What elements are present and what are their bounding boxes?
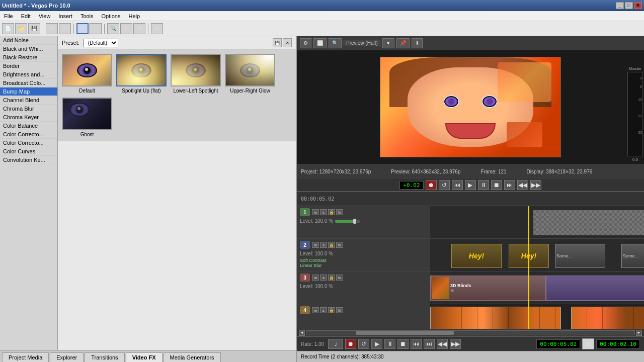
tab-media-generators[interactable]: Media Generators xyxy=(164,352,221,362)
track-1-clip1[interactable] xyxy=(533,210,644,235)
track-2-fx[interactable]: fx xyxy=(336,242,343,248)
effect-chroma-keyer[interactable]: Chroma Keyer xyxy=(0,113,57,122)
menu-file[interactable]: File xyxy=(2,11,15,21)
effect-color-balance[interactable]: Color Balance xyxy=(0,122,57,130)
effect-color-corrector2[interactable]: Color Correcto... xyxy=(0,139,57,147)
preview-save-frame-btn[interactable]: ⬇ xyxy=(412,38,423,48)
preview-settings-btn[interactable]: ⚙ xyxy=(300,38,311,48)
preview-overlay-btn[interactable]: ▼ xyxy=(382,38,394,48)
preview-prev-btn[interactable]: ⏮ xyxy=(452,180,463,190)
effect-brightness[interactable]: Brightness and... xyxy=(0,70,57,79)
track-4-clip1[interactable] xyxy=(430,307,561,329)
preview-ff-btn[interactable]: ▶▶ xyxy=(530,180,541,190)
menu-view[interactable]: View xyxy=(37,11,53,21)
select-btn[interactable]: ⬚ xyxy=(90,23,102,34)
tool3[interactable]: ✏ xyxy=(120,23,132,34)
track-1-solo[interactable]: s xyxy=(320,209,327,215)
preset-item-lower-left[interactable]: Lower-Left Spotlight xyxy=(171,54,221,94)
menu-insert[interactable]: Insert xyxy=(56,11,74,21)
effect-add-noise[interactable]: Add Noise xyxy=(0,36,57,45)
track-2-mute[interactable]: m xyxy=(312,242,319,248)
transport-record-btn[interactable]: ⏺ xyxy=(345,339,356,349)
undo-btn[interactable]: ↩ xyxy=(46,23,58,34)
preset-item-ghost[interactable]: Ghost xyxy=(62,98,112,137)
preview-play-btn[interactable]: ▶ xyxy=(465,180,476,190)
timeline-scrollbar[interactable] xyxy=(306,330,635,335)
track-3-mute[interactable]: m xyxy=(312,275,319,281)
tool5[interactable]: ☰ xyxy=(151,23,163,34)
preview-rw-btn[interactable]: ◀◀ xyxy=(517,180,528,190)
effect-color-corrector1[interactable]: Color Correcto... xyxy=(0,130,57,139)
tab-project-media[interactable]: Project Media xyxy=(2,352,49,362)
scroll-right-btn[interactable]: ► xyxy=(636,330,642,336)
track-3-lock[interactable]: 🔒 xyxy=(328,275,335,281)
preview-zoom-btn[interactable]: 🔍 xyxy=(329,38,342,48)
track-1-fader[interactable] xyxy=(335,220,360,223)
effect-channel-blend[interactable]: Channel Blend xyxy=(0,96,57,105)
tab-video-fx[interactable]: Video FX xyxy=(126,352,163,362)
preview-pause-btn[interactable]: ⏸ xyxy=(478,180,489,190)
maximize-btn[interactable]: □ xyxy=(625,2,633,9)
track-2-clip-some2[interactable]: Some... xyxy=(621,244,644,268)
track-3-fx[interactable]: fx xyxy=(336,275,343,281)
menu-help[interactable]: Help xyxy=(126,11,142,21)
close-btn[interactable]: ✕ xyxy=(634,2,642,9)
track-1-fx[interactable]: fx xyxy=(336,209,343,215)
effect-black-restore[interactable]: Black Restore xyxy=(0,53,57,62)
cut-btn[interactable]: ✂ xyxy=(76,23,89,34)
track-1-mute[interactable]: m xyxy=(312,209,319,215)
transport-rw-btn[interactable]: ◀◀ xyxy=(437,339,448,349)
transport-prev-btn[interactable]: ⏮ xyxy=(411,339,422,349)
track-4-solo[interactable]: s xyxy=(320,307,327,313)
track-4-mute[interactable]: m xyxy=(312,307,319,313)
transport-settings-btn[interactable]: ⚙ xyxy=(582,338,594,349)
preset-item-spotlight[interactable]: Spotlight Up (flat) xyxy=(116,54,167,94)
track-4-clip2[interactable] xyxy=(571,307,644,329)
track-4-lock[interactable]: 🔒 xyxy=(328,307,335,313)
effect-color-curves[interactable]: Color Curves xyxy=(0,147,57,156)
save-btn[interactable]: 💾 xyxy=(28,23,40,34)
preset-del-btn[interactable]: ✕ xyxy=(283,38,292,47)
preview-record-btn[interactable]: ⏺ xyxy=(426,180,437,190)
effect-black-white[interactable]: Black and Whi... xyxy=(0,45,57,53)
effect-border[interactable]: Border xyxy=(0,62,57,70)
preview-snap-btn[interactable]: 📌 xyxy=(396,38,410,48)
preview-next-btn[interactable]: ⏭ xyxy=(504,180,515,190)
transport-stop-btn[interactable]: ⏹ xyxy=(397,339,409,349)
effect-chroma-blur[interactable]: Chroma Blur xyxy=(0,105,57,113)
scroll-left-btn[interactable]: ◄ xyxy=(299,330,305,336)
new-btn[interactable]: 📄 xyxy=(2,23,14,34)
open-btn[interactable]: 📁 xyxy=(15,23,27,34)
preview-stop-btn[interactable]: ⏹ xyxy=(491,180,502,190)
metronome-btn[interactable]: ♩ xyxy=(328,339,343,349)
track-1-lock[interactable]: 🔒 xyxy=(328,209,335,215)
track-4-fx[interactable]: fx xyxy=(336,307,343,313)
minimize-btn[interactable]: _ xyxy=(616,2,624,9)
effect-bump-map[interactable]: Bump Map xyxy=(0,87,57,96)
effect-broadcast[interactable]: Broadcast Colo... xyxy=(0,79,57,87)
menu-edit[interactable]: Edit xyxy=(19,11,33,21)
transport-next-btn[interactable]: ⏭ xyxy=(424,339,435,349)
track-2-lock[interactable]: 🔒 xyxy=(328,242,335,248)
track-2-solo[interactable]: s xyxy=(320,242,327,248)
track-3-clip2[interactable] xyxy=(546,276,644,301)
preset-item-default[interactable]: Default xyxy=(62,54,112,94)
menu-options[interactable]: Options xyxy=(100,11,123,21)
tab-transitions[interactable]: Transitions xyxy=(85,352,124,362)
track-2-clip-hey1[interactable]: Hey! xyxy=(451,244,502,268)
redo-btn[interactable]: ↪ xyxy=(59,23,71,34)
menu-tools[interactable]: Tools xyxy=(78,11,96,21)
track-2-clip-some1[interactable]: Some... xyxy=(555,244,605,268)
preview-quality-label[interactable]: Preview (Half) xyxy=(344,40,380,46)
preview-loop-btn[interactable]: ↺ xyxy=(439,180,450,190)
transport-pause-btn[interactable]: ⏸ xyxy=(384,339,395,349)
transport-loop-btn[interactable]: ↺ xyxy=(358,339,369,349)
track-3-solo[interactable]: s xyxy=(320,275,327,281)
preview-fullscreen-btn[interactable]: ⬜ xyxy=(313,38,327,48)
tool4[interactable]: ⟳ xyxy=(133,23,145,34)
tab-explorer[interactable]: Explorer xyxy=(50,352,84,362)
transport-ff-btn[interactable]: ▶▶ xyxy=(450,339,461,349)
effect-convolution[interactable]: Convolution Ke... xyxy=(0,156,57,164)
transport-play-btn[interactable]: ▶ xyxy=(371,339,382,349)
preset-dropdown[interactable]: (Default) xyxy=(84,39,118,47)
